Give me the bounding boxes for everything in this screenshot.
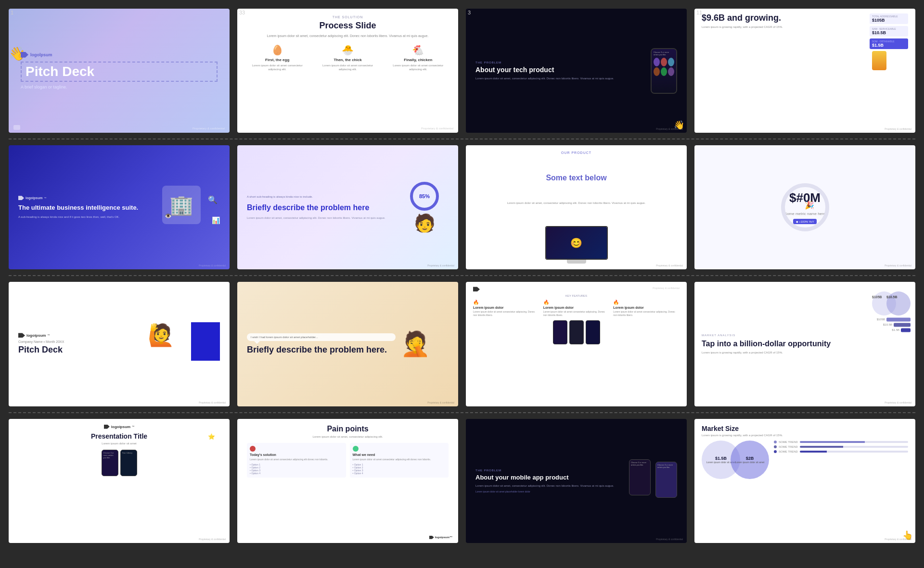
- slide-33-footer: Proprietary & confidential: [421, 127, 453, 130]
- slide-mobile-left: THE PROBLEM About your mobile app produc…: [475, 469, 624, 493]
- slide-metric-footer: Proprietary & confidential: [885, 264, 911, 267]
- stat-label-3: SOME TREND: [779, 450, 798, 453]
- mobile-extra-text: Lorem ipsum dolor sit amet placeholder l…: [475, 490, 624, 493]
- step-1-emoji: 🥚: [271, 44, 283, 56]
- slide-3-title: About your tech product: [475, 66, 646, 74]
- slide-market-desc: Lorem ipsum is growing rapidly, with a p…: [702, 434, 908, 437]
- slide-prob2: I wish I had lorem ipsum dolor sit amet …: [237, 282, 458, 406]
- slide-features-sublabel: KEY FEATURES: [473, 294, 680, 297]
- slide-33-desc: Lorem ipsum dolor sit amet, consectetur …: [267, 34, 429, 38]
- slide-wrapper-pitchdeck2[interactable]: logoipsum™ Company Name • Month 20XX Pit…: [5, 278, 233, 410]
- slide-prob1: A short sub-heading is always kinda nice…: [237, 145, 458, 269]
- slide-biz-logo: logoipsum™: [18, 196, 157, 200]
- slide-wrapper-33[interactable]: 33 THE SOLUTION Process Slide Lorem ipsu…: [233, 5, 462, 137]
- phone-screen: Choose 3 or more artists you like.: [652, 49, 676, 93]
- slide-market-title: Market Size: [702, 425, 908, 432]
- metric-row-2: SAM · SERVICEABLE $10.5B: [870, 26, 908, 37]
- slide-biz-footer: Proprietary & confidential: [199, 264, 226, 267]
- venn-area-market: $1.5B Lorem ipsum dolor sit amet $2B Lor…: [702, 441, 769, 479]
- slide-some-footer: Proprietary & confidential: [656, 264, 683, 267]
- step-2-title: Then, the chick: [334, 58, 361, 62]
- slide-metric: $#0M 🎉 Some metric name here ◆ +100% YoY…: [694, 145, 915, 269]
- slide-1-subtitle: A brief slogan or tagline.: [21, 85, 218, 89]
- pres-phone-1: Choose 3 or more artists you like.: [102, 450, 118, 476]
- slide-wrapper-market[interactable]: Market Size Lorem ipsum is growing rapid…: [691, 415, 919, 547]
- slide-11-left: $9.6B and growing. Lorem ipsum is growin…: [702, 13, 865, 128]
- slide-wrapper-metric[interactable]: $#0M 🎉 Some metric name here ◆ +100% YoY…: [691, 141, 919, 273]
- slide-mobile-sublabel: THE PROBLEM: [475, 469, 624, 472]
- slide-pain: Pain points Lorem ipsum dolor sit amet, …: [237, 419, 458, 543]
- slide-biz-title: The ultimate business intelligence suite…: [18, 204, 157, 212]
- slide-wrapper-pain[interactable]: Pain points Lorem ipsum dolor sit amet, …: [233, 415, 462, 547]
- logo-icon-biz: [18, 196, 24, 200]
- speech-bubble: I wish I had lorem ipsum dolor sit amet …: [247, 333, 396, 341]
- row-divider-1: [9, 139, 915, 139]
- slide-pitchdeck2-footer: Proprietary & confidential: [199, 401, 226, 404]
- slide-mobile-title: About your mobile app product: [475, 474, 624, 481]
- slide-pitchdeck2-left: logoipsum™ Company Name • Month 20XX Pit…: [18, 333, 143, 355]
- monitor-display: 😊: [545, 226, 608, 260]
- logo-icon-pd2: [18, 333, 25, 338]
- slide-wrapper-presentation[interactable]: ⭐ logoipsum™ Presentation Title Lorem ip…: [5, 415, 233, 547]
- feat-title-3: Lorem ipsum dolor: [613, 306, 680, 309]
- slide-11-desc: Lorem ipsum is growing rapidly, with a p…: [702, 25, 865, 29]
- slide-wrapper-features[interactable]: Proprietary & confidential KEY FEATURES …: [462, 278, 691, 410]
- slide-number-11: 11: [696, 10, 702, 15]
- slide-pain-logo: logoipsum™: [429, 536, 452, 539]
- slide-33-sublabel: THE SOLUTION: [333, 15, 363, 19]
- slide-market: Market Size Lorem ipsum is growing rapid…: [694, 419, 915, 543]
- slide-prob1-footer: Proprietary & confidential: [427, 264, 454, 267]
- slide-pitchdeck2-logo: logoipsum™: [18, 333, 143, 338]
- slide-number-3: 3: [468, 10, 471, 15]
- slide-prob1-left: A short sub-heading is always kinda nice…: [247, 195, 396, 220]
- pres-phone-2: Your Library: [120, 450, 137, 476]
- slide-1: 👋 logolpsum Pitch Deck A brief slogan or…: [9, 9, 230, 133]
- slide-wrapper-mobile[interactable]: THE PROBLEM About your mobile app produc…: [462, 415, 691, 547]
- slide-some: OUR PRODUCT Some text below Lorem ipsum …: [466, 145, 687, 269]
- slide-33: THE SOLUTION Process Slide Lorem ipsum d…: [237, 9, 458, 133]
- pain-dot-1: [250, 446, 256, 452]
- slide-wrapper-some[interactable]: OUR PRODUCT Some text below Lorem ipsum …: [462, 141, 691, 273]
- slide-33-title: Process Slide: [319, 21, 376, 31]
- feat-emoji-1: 🔥: [473, 300, 539, 305]
- feature-1: 🔥 Lorem ipsum dolor Lorem ipsum dolor si…: [473, 300, 539, 316]
- slide-wrapper-prob2[interactable]: I wish I had lorem ipsum dolor sit amet …: [233, 278, 462, 410]
- metric-row-3: SOM · OBTAINABLE $1.5B: [870, 38, 908, 49]
- right-stats: SOME TREND SOME TREND SOME TREND: [774, 441, 908, 537]
- slide-pain-title: Pain points: [327, 425, 368, 433]
- metric-val-1: $105B: [872, 18, 906, 23]
- slide-3-footer: Proprietary & confidential: [656, 127, 683, 130]
- slide-some-sublabel: OUR PRODUCT: [561, 151, 591, 154]
- phone-front: Choose 3 or more artists you like.: [629, 459, 651, 495]
- slide-pitchdeck2-right: 🙋: [148, 322, 220, 366]
- stat-dot-1: [774, 441, 777, 443]
- slide-prob2-footer: Proprietary & confidential: [427, 401, 454, 404]
- slide-number-33: 33: [239, 10, 245, 15]
- slide-wrapper-prob1[interactable]: A short sub-heading is always kinda nice…: [233, 141, 462, 273]
- slide-presentation-desc: Lorem ipsum dolor sit amet: [102, 442, 136, 445]
- slide-wrapper-biz[interactable]: logoipsum™ The ultimate business intelli…: [5, 141, 233, 273]
- circle-percent: 85%: [410, 182, 439, 211]
- slide-wrapper-3[interactable]: 3 THE PROBLEM About your tech product Lo…: [462, 5, 691, 137]
- person-emoji-prob2: 🤦: [400, 330, 449, 358]
- slide-biz-subdesc: A sub-heading is always kinda nice and i…: [18, 215, 157, 219]
- slide-3: THE PROBLEM About your tech product Lore…: [466, 9, 687, 133]
- pain-card-desc-2: Lorem ipsum dolor sit amet consectetur a…: [353, 458, 446, 461]
- venn-num-2: $2B: [746, 456, 754, 461]
- row-divider-3: [9, 412, 915, 413]
- venn-diagram: $105B $10.5B: [872, 289, 911, 318]
- slide-wrapper-11[interactable]: 11 $9.6B and growing. Lorem ipsum is gro…: [691, 5, 919, 137]
- slide-pitchdeck2-meta: Company Name • Month 20XX: [18, 340, 143, 343]
- phone-mini-1: [553, 320, 567, 344]
- monitor-stand: [567, 260, 586, 264]
- slide-wrapper-billion[interactable]: MARKET ANALYSIS Tap into a billion-dolla…: [691, 278, 919, 410]
- feat-emoji-3: 🔥: [613, 300, 680, 305]
- slide-pitchdeck2-title: Pitch Deck: [18, 345, 143, 355]
- slide-1-footer: Proprietary & confidential: [192, 127, 225, 130]
- slide-presentation-title: Presentation Title: [91, 432, 147, 440]
- slide-wrapper-1[interactable]: 1 👋 logolpsum Pitch Deck A brief slogan …: [5, 5, 233, 137]
- slide-prob1-subdesc: A short sub-heading is always kinda nice…: [247, 195, 396, 199]
- slide-biz: logoipsum™ The ultimate business intelli…: [9, 145, 230, 269]
- step-1-title: First, the egg: [265, 58, 289, 62]
- slide-prob2-title: Briefly describe the problem here.: [247, 345, 396, 355]
